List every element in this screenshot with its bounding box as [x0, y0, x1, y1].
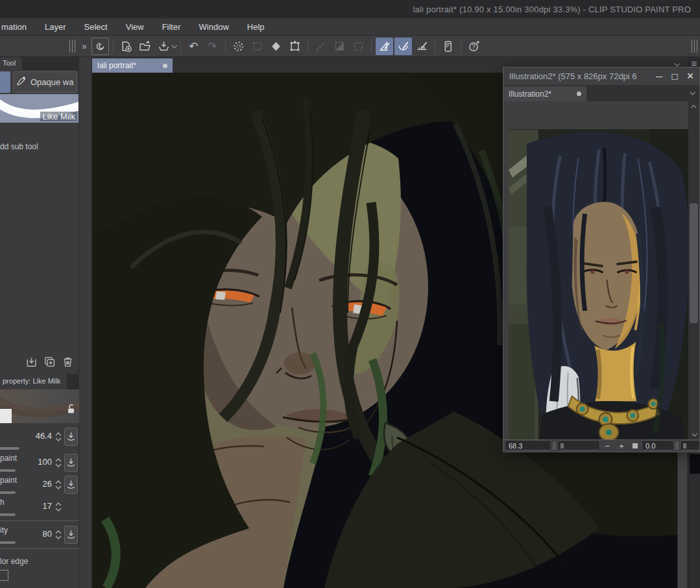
pen-pressure-dynamics-button[interactable] [64, 454, 78, 472]
add-sub-tool-label[interactable]: dd sub tool [0, 123, 78, 151]
selected-tool-chip[interactable] [0, 71, 10, 93]
value-spinner[interactable] [54, 502, 62, 512]
duplicate-subtool-icon[interactable] [43, 356, 56, 371]
reference-tab-overflow-chevron[interactable] [690, 86, 699, 101]
save-dropdown-chevron[interactable] [172, 43, 176, 49]
unsaved-dot-icon [577, 92, 581, 96]
property-slider[interactable] [0, 491, 16, 494]
toolbar-drag-handle[interactable] [69, 40, 76, 53]
toolbar-separator [180, 39, 181, 53]
reference-window: Illustration2* (575 x 826px 72dpi 6 ─ □ … [503, 67, 700, 452]
watercolor-edge-checkbox[interactable] [0, 570, 8, 581]
reference-canvas[interactable] [503, 101, 699, 439]
reset-zoom-icon[interactable] [633, 443, 638, 448]
snap-to-ruler-button[interactable] [376, 38, 393, 55]
maximize-icon[interactable]: □ [668, 70, 681, 83]
open-file-button[interactable] [136, 38, 154, 55]
selection-line-button [312, 38, 330, 55]
property-slider[interactable] [0, 541, 16, 544]
toolbar-separator [225, 39, 226, 53]
reselect-button [248, 38, 266, 55]
reference-window-titlebar[interactable]: Illustration2* (575 x 826px 72dpi 6 ─ □ … [503, 67, 699, 85]
property-slider[interactable] [0, 469, 16, 472]
invert-selection-icon [270, 40, 282, 53]
reference-image [509, 129, 690, 439]
transform-button[interactable] [286, 38, 304, 55]
rotation-slider[interactable] [681, 441, 699, 450]
subtool-group-label: Opaque wa [30, 77, 74, 87]
lock-open-icon[interactable] [66, 404, 76, 417]
property-row-1: paint100 [0, 452, 79, 474]
menu-item-layer[interactable]: Layer [36, 18, 75, 35]
clip-studio-logo-button[interactable] [91, 38, 109, 55]
property-value[interactable]: 100 [38, 457, 52, 467]
property-slider[interactable] [0, 513, 16, 516]
subtool-palette-actions [0, 354, 79, 371]
property-value[interactable]: 46.4 [36, 431, 52, 441]
reference-scrollbar-track[interactable] [688, 112, 699, 428]
tool-panel-tab[interactable]: Tool [0, 57, 22, 70]
selection-area-button [331, 38, 348, 55]
menu-item-help[interactable]: Help [238, 18, 274, 35]
zoom-out-button[interactable]: − [601, 441, 613, 451]
zoom-percent-input[interactable] [506, 441, 550, 450]
menu-item-filter[interactable]: Filter [153, 18, 190, 35]
zoom-in-button[interactable]: + [616, 441, 627, 451]
toolbar-collapse-button[interactable]: » [78, 41, 91, 51]
menu-item-mation[interactable]: mation [0, 18, 36, 35]
scroll-up-icon[interactable] [688, 101, 699, 112]
deselect-button[interactable] [230, 38, 247, 55]
reference-tab-illustration2[interactable]: Illustration2* [503, 86, 586, 101]
palette-dock-gap [80, 57, 92, 588]
undo-button[interactable]: ↶ [185, 38, 202, 55]
statusbar-grip[interactable] [675, 442, 679, 450]
menu-item-view[interactable]: View [117, 18, 153, 35]
pen-pressure-dynamics-button[interactable] [64, 526, 78, 544]
pen-pressure-dynamics-button[interactable] [64, 476, 78, 494]
workspace: Tool Opaque wa Like Milk dd sub tool [0, 57, 700, 588]
save-file-button[interactable] [155, 38, 173, 55]
property-slider[interactable] [0, 447, 19, 450]
toolbar-separator [113, 39, 114, 53]
pen-pressure-dynamics-button[interactable] [64, 428, 78, 446]
companion-mode-button[interactable] [439, 38, 457, 55]
invert-selection-button[interactable] [267, 38, 285, 55]
undo-icon: ↶ [189, 41, 198, 52]
subtool-item-like-milk[interactable]: Like Milk [0, 94, 78, 123]
property-value[interactable]: 26 [43, 479, 52, 489]
menu-item-window[interactable]: Window [190, 18, 238, 35]
zoom-slider[interactable] [559, 441, 599, 450]
toolbar-right-drag-handle[interactable] [692, 40, 698, 53]
property-value[interactable]: 17 [43, 501, 52, 511]
value-spinner[interactable] [54, 530, 62, 540]
value-spinner[interactable] [54, 480, 62, 490]
subtool-group-button[interactable]: Opaque wa [13, 71, 77, 93]
reference-tab-label: Illustration2* [509, 90, 551, 99]
new-file-button[interactable] [117, 38, 135, 55]
snap-to-grid-button[interactable] [413, 38, 431, 55]
value-spinner[interactable] [54, 458, 62, 468]
close-icon[interactable]: × [684, 70, 697, 83]
property-value[interactable]: 80 [43, 529, 52, 539]
tool-palette-column: Tool Opaque wa Like Milk dd sub tool [0, 57, 79, 588]
statusbar-grip[interactable] [553, 442, 556, 450]
value-spinner[interactable] [54, 432, 62, 442]
reference-vertical-scrollbar[interactable] [688, 101, 699, 439]
rotation-input[interactable] [643, 441, 673, 450]
window-title: lali portrait* (10.90 x 15.00in 300dpi 3… [413, 5, 691, 14]
brush-pen-icon [16, 76, 27, 88]
tool-property-tab[interactable]: property: Like Milk [0, 374, 67, 389]
reference-scrollbar-thumb[interactable] [690, 203, 698, 323]
selection-area-icon [333, 40, 346, 53]
property-label: paint [0, 454, 17, 463]
delete-subtool-icon[interactable] [62, 356, 74, 371]
scroll-down-icon[interactable] [688, 428, 699, 439]
menu-item-select[interactable]: Select [75, 18, 117, 35]
snap-to-special-ruler-button[interactable] [394, 38, 412, 55]
dock-swatch [690, 454, 700, 474]
selection-rect-button [350, 38, 367, 55]
import-subtool-icon[interactable] [25, 356, 38, 371]
document-tab-lali-portrait[interactable]: lali portrait* [92, 58, 173, 73]
how-to-use-button[interactable]: ? [465, 38, 483, 55]
minimize-icon[interactable]: ─ [653, 70, 666, 83]
